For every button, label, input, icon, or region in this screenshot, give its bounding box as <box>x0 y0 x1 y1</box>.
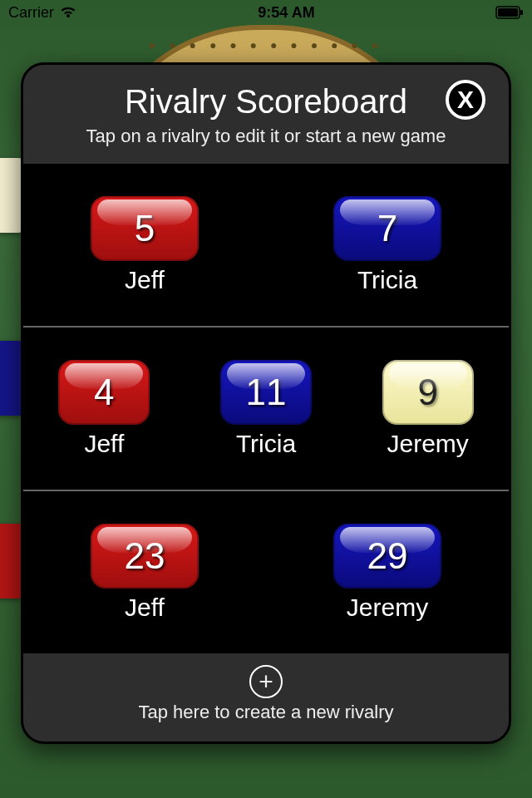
player-cell: 11 Tricia <box>220 360 312 458</box>
add-rivalry-label: Tap here to create a new rivalry <box>23 702 509 723</box>
modal-title: Rivalry Scoreboard <box>40 83 492 121</box>
clock: 9:54 AM <box>258 4 314 22</box>
score-value: 4 <box>94 372 114 413</box>
score-pill: 11 <box>220 360 312 425</box>
player-cell: 29 Jeremy <box>333 524 441 622</box>
battery-icon <box>495 6 524 19</box>
player-name: Jeff <box>125 266 165 294</box>
score-pill: 29 <box>333 524 441 589</box>
score-pill: 4 <box>58 360 150 425</box>
player-name: Tricia <box>236 430 296 458</box>
player-cell: 7 Tricia <box>333 196 441 294</box>
wifi-icon <box>59 6 77 19</box>
close-button[interactable]: X <box>446 80 485 120</box>
add-rivalry-button[interactable]: + Tap here to create a new rivalry <box>23 653 509 741</box>
rivalry-row[interactable]: 5 Jeff 7 Tricia <box>23 164 509 328</box>
player-name: Jeremy <box>387 430 468 458</box>
plus-icon: + <box>249 665 283 698</box>
player-cell: 5 Jeff <box>91 196 199 294</box>
score-value: 11 <box>246 372 287 413</box>
svg-rect-2 <box>520 10 523 15</box>
score-pill: 23 <box>91 524 199 589</box>
player-cell: 4 Jeff <box>58 360 150 458</box>
close-icon: X <box>457 86 474 114</box>
rivalry-row[interactable]: 23 Jeff 29 Jeremy <box>23 491 509 653</box>
score-value: 9 <box>417 372 437 413</box>
scoreboard-modal: Rivalry Scoreboard Tap on a rivalry to e… <box>21 62 511 744</box>
score-pill: 5 <box>91 196 199 261</box>
modal-subtitle: Tap on a rivalry to edit it or start a n… <box>40 126 492 147</box>
score-pill: 9 <box>382 360 474 425</box>
score-value: 23 <box>125 535 165 577</box>
player-cell: 23 Jeff <box>91 524 199 622</box>
player-name: Tricia <box>357 266 417 294</box>
svg-rect-1 <box>498 8 518 17</box>
player-name: Jeff <box>84 430 124 458</box>
modal-header: Rivalry Scoreboard Tap on a rivalry to e… <box>23 65 509 155</box>
score-value: 29 <box>367 535 408 577</box>
status-bar: Carrier 9:54 AM <box>0 0 532 25</box>
player-cell: 9 Jeremy <box>382 360 474 458</box>
player-name: Jeremy <box>347 594 428 622</box>
score-value: 7 <box>377 208 397 249</box>
rivalry-row[interactable]: 4 Jeff 11 Tricia 9 Jeremy <box>23 328 509 491</box>
carrier-label: Carrier <box>8 4 54 22</box>
rivalry-list: 5 Jeff 7 Tricia 4 Jeff 11 Tricia 9 Jerem… <box>23 164 509 653</box>
score-value: 5 <box>135 208 155 249</box>
player-name: Jeff <box>125 594 165 622</box>
score-pill: 7 <box>333 196 441 261</box>
